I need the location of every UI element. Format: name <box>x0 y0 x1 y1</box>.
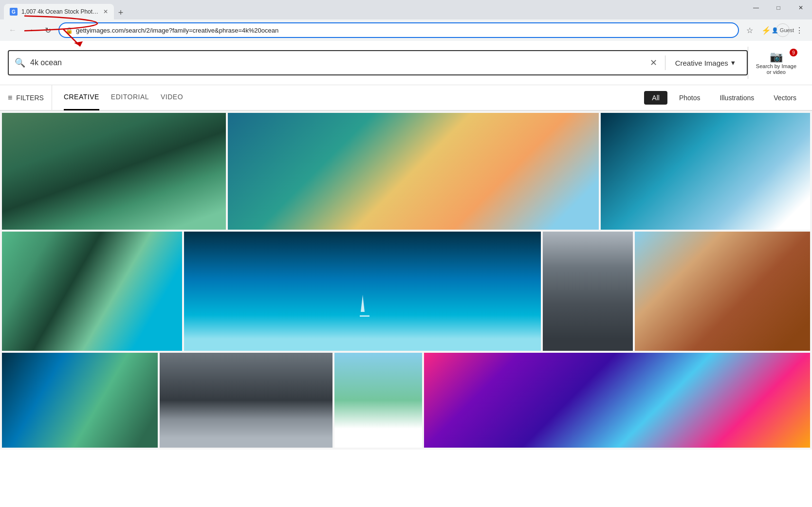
forward-button[interactable]: → <box>23 23 37 37</box>
browser-tab[interactable]: G 1,007 4k Ocean Stock Photos, H... ✕ <box>4 4 114 19</box>
filter-all-button[interactable]: All <box>644 91 667 105</box>
browser-actions: ☆ ⚡ 👤 Guest ⋮ <box>743 23 806 37</box>
profile-button[interactable]: 👤 Guest <box>776 23 790 37</box>
profile-icon: 👤 <box>772 27 778 34</box>
site-header: 🔍 ✕ Creative Images ▾ 9 📷 Search by Imag… <box>0 41 812 111</box>
bookmark-button[interactable]: ☆ <box>743 23 757 37</box>
search-by-image-label: Search by Image or video <box>756 63 796 75</box>
image-row-2 <box>2 232 810 351</box>
image-row-3 <box>2 353 810 448</box>
tab-favicon: G <box>10 8 18 16</box>
list-item[interactable] <box>160 353 332 448</box>
list-item[interactable] <box>601 113 810 230</box>
camera-icon: 📷 <box>770 51 783 63</box>
dropdown-chevron-icon: ▾ <box>731 58 735 67</box>
filter-icon: ≡ <box>8 93 12 102</box>
tab-close-button[interactable]: ✕ <box>103 8 108 15</box>
list-item[interactable] <box>2 232 182 351</box>
clear-search-button[interactable]: ✕ <box>646 57 661 68</box>
right-filter-tabs: All Photos Illustrations Vectors <box>644 91 804 105</box>
list-item[interactable] <box>543 232 633 351</box>
extensions-button[interactable]: ⚡ <box>759 23 773 37</box>
new-tab-button[interactable]: + <box>114 6 128 19</box>
filters-button[interactable]: ≡ FILTERS <box>8 85 52 110</box>
divider <box>665 55 665 70</box>
address-bar[interactable]: 🔒 gettyimages.com/search/2/image?family=… <box>58 22 739 38</box>
filters-label: FILTERS <box>16 94 44 102</box>
tab-editorial[interactable]: EDITORIAL <box>111 85 149 110</box>
window-minimize-button[interactable]: — <box>745 0 767 16</box>
filter-illustrations-button[interactable]: Illustrations <box>712 91 762 105</box>
image-row-1 <box>2 113 810 230</box>
lock-icon: 🔒 <box>65 27 73 34</box>
search-bar-row: 🔍 ✕ Creative Images ▾ 9 📷 Search by Imag… <box>0 41 812 85</box>
back-button[interactable]: ← <box>6 23 19 37</box>
filter-photos-button[interactable]: Photos <box>671 91 708 105</box>
url-text: gettyimages.com/search/2/image?family=cr… <box>76 27 732 34</box>
search-icon: 🔍 <box>15 57 25 68</box>
list-item[interactable] <box>2 353 158 448</box>
image-grid <box>0 111 812 450</box>
browser-menu-button[interactable]: ⋮ <box>793 23 806 37</box>
content-tabs: CREATIVE EDITORIAL VIDEO <box>64 85 644 110</box>
list-item[interactable] <box>2 113 226 230</box>
list-item[interactable] <box>334 353 422 448</box>
notification-badge: 9 <box>790 49 797 56</box>
creative-images-dropdown[interactable]: Creative Images ▾ <box>669 54 741 71</box>
window-close-button[interactable]: ✕ <box>790 0 812 16</box>
filter-nav-row: ≡ FILTERS CREATIVE EDITORIAL VIDEO All P… <box>0 85 812 110</box>
browser-chrome: G 1,007 4k Ocean Stock Photos, H... ✕ + … <box>0 0 812 41</box>
tab-title: 1,007 4k Ocean Stock Photos, H... <box>21 8 99 15</box>
search-by-image-button[interactable]: 9 📷 Search by Image or video <box>748 47 804 79</box>
list-item[interactable] <box>228 113 599 230</box>
filter-vectors-button[interactable]: Vectors <box>766 91 804 105</box>
tab-video[interactable]: VIDEO <box>161 85 183 110</box>
list-item[interactable] <box>184 232 541 351</box>
tab-creative[interactable]: CREATIVE <box>64 85 99 110</box>
creative-images-label: Creative Images <box>675 59 728 67</box>
search-input[interactable] <box>30 58 646 67</box>
list-item[interactable] <box>424 353 810 448</box>
refresh-button[interactable]: ↻ <box>41 23 55 37</box>
search-container: 🔍 ✕ Creative Images ▾ <box>8 50 748 75</box>
window-maximize-button[interactable]: □ <box>767 0 790 16</box>
list-item[interactable] <box>635 232 810 351</box>
